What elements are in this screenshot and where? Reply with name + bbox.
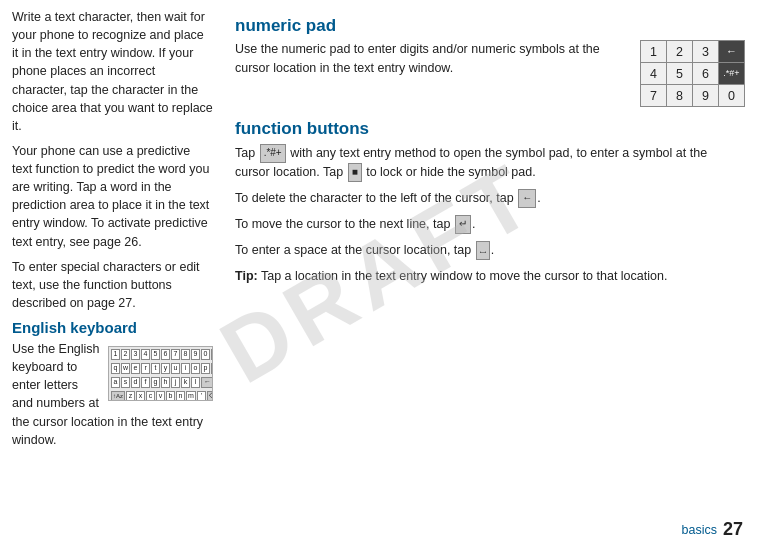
num-7: 7 (641, 85, 667, 107)
key-f: f (141, 377, 150, 388)
numeric-row-1: 1 2 3 ← (641, 41, 745, 63)
keyboard-row-2: q w e r t y u i o p & (111, 363, 213, 376)
num-4: 4 (641, 63, 667, 85)
footer-page-number: 27 (723, 519, 743, 540)
key-i: i (181, 363, 190, 374)
num-3: 3 (693, 41, 719, 63)
key-u: u (171, 363, 180, 374)
left-column: Write a text character, then wait for yo… (0, 0, 225, 546)
key-7: 7 (171, 349, 180, 360)
left-para-1: Write a text character, then wait for yo… (12, 8, 213, 135)
keyboard-image: 1 2 3 4 5 6 7 8 9 0 @ q (108, 346, 213, 401)
footer-basics-label: basics (682, 523, 717, 537)
key-o: o (191, 363, 200, 374)
key-t: t (151, 363, 160, 374)
keyboard-row-3: a s d f g h j k l ← (111, 377, 213, 390)
key-apos: ' (197, 391, 206, 401)
key-z: z (126, 391, 135, 401)
english-keyboard-heading: English keyboard (12, 319, 213, 337)
key-m: m (186, 391, 196, 401)
key-3: 3 (131, 349, 140, 360)
num-9: 9 (693, 85, 719, 107)
space-btn: ⎵ (476, 241, 490, 260)
key-y: y (161, 363, 170, 374)
numeric-row-2: 4 5 6 .*#+ (641, 63, 745, 85)
num-1: 1 (641, 41, 667, 63)
key-at: @ (211, 349, 213, 360)
function-para-3: To move the cursor to the next line, tap… (235, 215, 745, 234)
key-c: c (146, 391, 155, 401)
key-w: w (121, 363, 130, 374)
key-p: p (201, 363, 210, 374)
key-6: 6 (161, 349, 170, 360)
delete-btn: ← (518, 189, 536, 208)
function-para-2: To delete the character to the left of t… (235, 189, 745, 208)
page-container: Write a text character, then wait for yo… (0, 0, 757, 546)
tip-para: Tip: Tap a location in the text entry wi… (235, 267, 745, 285)
keyboard-row-1: 1 2 3 4 5 6 7 8 9 0 @ (111, 349, 213, 362)
key-d: d (131, 377, 140, 388)
function-para-4: To enter a space at the cursor location,… (235, 241, 745, 260)
key-g: g (151, 377, 160, 388)
function-buttons-heading: function buttons (235, 119, 745, 139)
num-2: 2 (667, 41, 693, 63)
key-1: 1 (111, 349, 120, 360)
lock-btn: ■ (348, 163, 362, 182)
numeric-pad-container: 1 2 3 ← 4 5 6 .*#+ 7 8 9 (640, 40, 745, 107)
num-8: 8 (667, 85, 693, 107)
key-backspace: ← (201, 377, 213, 388)
tip-label: Tip: (235, 269, 258, 283)
key-v: v (156, 391, 165, 401)
key-x: x (136, 391, 145, 401)
keyboard-row-4: ↑Az z x c v b n m ' ⌫ (111, 391, 213, 401)
key-q: q (111, 363, 120, 374)
footer: basics 27 (682, 519, 743, 540)
key-9: 9 (191, 349, 200, 360)
num-backspace: ← (719, 41, 745, 63)
numeric-row-3: 7 8 9 0 (641, 85, 745, 107)
english-keyboard-section: 1 2 3 4 5 6 7 8 9 0 @ q (12, 340, 213, 456)
keyboard-grid: 1 2 3 4 5 6 7 8 9 0 @ q (109, 347, 212, 401)
key-5: 5 (151, 349, 160, 360)
key-e: e (131, 363, 140, 374)
key-j: j (171, 377, 180, 388)
right-column: numeric pad 1 2 3 ← 4 5 6 .*#+ (225, 0, 757, 546)
left-para-3: To enter special characters or edit text… (12, 258, 213, 312)
symbol-pad-btn: .*#+ (260, 144, 286, 163)
numeric-pad-heading: numeric pad (235, 16, 745, 36)
key-b: b (166, 391, 175, 401)
num-symbols: .*#+ (719, 63, 745, 85)
key-r: r (141, 363, 150, 374)
key-2: 2 (121, 349, 130, 360)
num-5: 5 (667, 63, 693, 85)
key-shift-az: ↑Az (111, 391, 125, 401)
numeric-pad-table: 1 2 3 ← 4 5 6 .*#+ 7 8 9 (640, 40, 745, 107)
nextline-btn: ↵ (455, 215, 471, 234)
key-h: h (161, 377, 170, 388)
num-6: 6 (693, 63, 719, 85)
key-amp: & (211, 363, 213, 374)
key-del: ⌫ (207, 391, 213, 401)
num-0: 0 (719, 85, 745, 107)
key-s: s (121, 377, 130, 388)
function-para-1: Tap .*#+ with any text entry method to o… (235, 144, 745, 182)
key-l: l (191, 377, 200, 388)
numeric-pad-section: 1 2 3 ← 4 5 6 .*#+ 7 8 9 (235, 40, 745, 111)
key-4: 4 (141, 349, 150, 360)
key-n: n (176, 391, 185, 401)
key-0: 0 (201, 349, 210, 360)
key-8: 8 (181, 349, 190, 360)
left-para-2: Your phone can use a predictive text fun… (12, 142, 213, 251)
key-a: a (111, 377, 120, 388)
key-k: k (181, 377, 190, 388)
